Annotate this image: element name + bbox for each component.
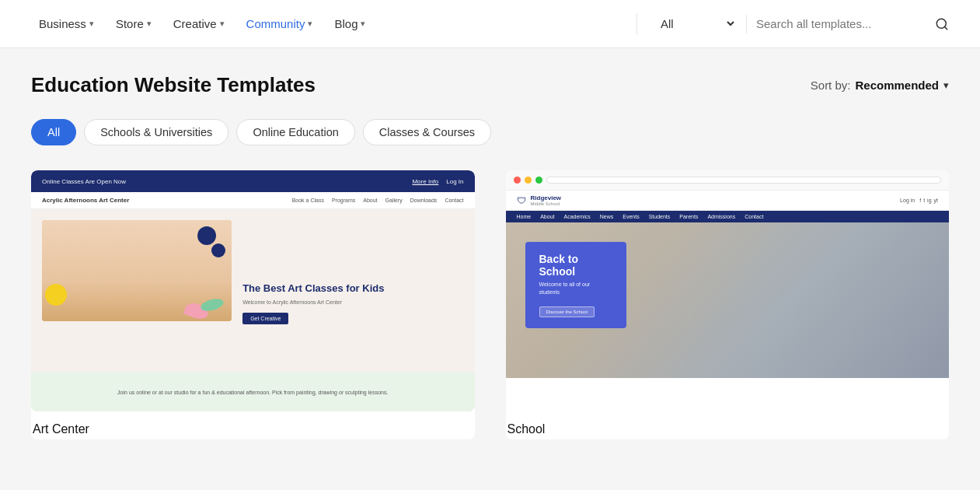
school-nav-left: 🛡 Ridgeview Middle School	[517, 194, 562, 206]
nav-item-store[interactable]: Store ▾	[108, 11, 159, 37]
dot-red	[514, 177, 521, 184]
art-nav-link-3: About	[363, 198, 377, 203]
school-name: Ridgeview	[531, 194, 562, 201]
nav-item-creative[interactable]: Creative ▾	[166, 11, 232, 37]
art-preview-sub: Welcome to Acrylic Afternoons Art Center	[242, 299, 460, 305]
filter-tab-schools[interactable]: Schools & Universities	[84, 119, 228, 145]
decorative-circle-yellow	[45, 284, 67, 306]
school-preview: 🛡 Ridgeview Middle School Log in f t	[506, 170, 950, 411]
nav-links: Business ▾ Store ▾ Creative ▾ Community …	[31, 11, 636, 37]
chevron-down-icon: ▾	[89, 19, 94, 29]
browser-dots	[506, 170, 950, 191]
art-preview-logo: Acrylic Afternoons Art Center	[42, 197, 129, 204]
instagram-icon: ig	[927, 198, 931, 203]
menu-contact: Contact	[745, 214, 763, 219]
nav-item-business[interactable]: Business ▾	[31, 11, 102, 37]
school-menu: Home About Academics News Events Student…	[506, 211, 950, 222]
nav-label-store: Store	[116, 17, 144, 30]
nav-label-community: Community	[246, 17, 305, 30]
art-topbar-login: Log In	[446, 178, 463, 185]
template-name-school: School	[506, 411, 950, 439]
menu-academics: Academics	[563, 214, 590, 219]
school-hero: Back to School Welcome to all of our stu…	[506, 222, 950, 378]
art-footer-text: Join us online or at our studio for a fu…	[117, 390, 388, 395]
dot-yellow	[525, 177, 532, 184]
art-preview-heading: The Best Art Classes for Kids	[242, 282, 460, 296]
art-preview-footer: Join us online or at our studio for a fu…	[31, 373, 475, 411]
school-preview-nav: 🛡 Ridgeview Middle School Log in f t	[506, 191, 950, 211]
chevron-down-icon: ▾	[308, 19, 312, 29]
filter-tab-online[interactable]: Online Education	[236, 119, 354, 145]
art-nav-link-1: Book a Class	[292, 198, 324, 203]
main-content: Education Website Templates Sort by: Rec…	[0, 48, 980, 464]
art-preview-body: The Best Art Classes for Kids Welcome to…	[31, 209, 475, 397]
art-nav-link-5: Downloads	[410, 198, 438, 203]
template-preview-school: 🛡 Ridgeview Middle School Log in f t	[506, 170, 950, 411]
page-header: Education Website Templates Sort by: Rec…	[31, 73, 949, 97]
school-hero-title: Back to School	[539, 253, 612, 278]
nav-search: All Business Store Creative Community Bl…	[636, 13, 949, 34]
youtube-icon: yt	[934, 198, 938, 203]
chevron-down-icon: ▾	[943, 79, 949, 91]
menu-parents: Parents	[679, 214, 698, 219]
templates-grid: Online Classes Are Open Now More Info Lo…	[31, 170, 949, 439]
art-preview-nav: Acrylic Afternoons Art Center Book a Cla…	[31, 192, 475, 209]
sort-by-control[interactable]: Sort by: Recommended ▾	[811, 79, 949, 92]
decorative-shape-green	[200, 296, 225, 313]
art-center-preview: Online Classes Are Open Now More Info Lo…	[31, 170, 475, 411]
art-preview-nav-links: Book a Class Programs About Gallery Down…	[292, 198, 464, 203]
art-preview-right: The Best Art Classes for Kids Welcome to…	[239, 220, 463, 387]
nav-label-business: Business	[39, 17, 86, 30]
art-topbar-text: Online Classes Are Open Now	[42, 178, 126, 185]
template-preview-art-center: Online Classes Are Open Now More Info Lo…	[31, 170, 475, 411]
menu-events: Events	[623, 214, 639, 219]
facebook-icon: f	[919, 198, 921, 203]
chevron-down-icon: ▾	[361, 19, 365, 29]
nav-item-community[interactable]: Community ▾	[239, 11, 321, 37]
art-preview-topbar: Online Classes Are Open Now More Info Lo…	[31, 170, 475, 192]
nav-label-creative: Creative	[173, 17, 217, 30]
filter-tabs: All Schools & Universities Online Educat…	[31, 119, 949, 145]
art-nav-link-4: Gallery	[385, 198, 403, 203]
search-filter-select[interactable]: All Business Store Creative Community Bl…	[653, 13, 737, 34]
twitter-icon: t	[923, 198, 925, 203]
menu-home: Home	[517, 214, 532, 219]
filter-tab-all[interactable]: All	[31, 119, 76, 145]
school-name-block: Ridgeview Middle School	[531, 194, 562, 206]
school-hero-sub: Welcome to all of our students	[539, 281, 612, 296]
social-icons: f t ig yt	[919, 198, 938, 203]
search-button[interactable]	[935, 17, 949, 31]
school-login: Log in	[900, 198, 915, 203]
art-nav-link-6: Contact	[445, 198, 463, 203]
browser-url	[546, 177, 942, 184]
school-hero-card: Back to School Welcome to all of our stu…	[525, 242, 626, 328]
school-hero-cta: Discover the School	[539, 306, 595, 317]
art-preview-left	[42, 220, 232, 387]
decorative-circle-dark2	[211, 243, 225, 257]
template-name-art-center: Art Center	[31, 411, 475, 439]
school-sub-name: Middle School	[531, 201, 562, 206]
search-input-wrap	[756, 17, 949, 31]
search-input[interactable]	[756, 17, 927, 30]
menu-about: About	[540, 214, 554, 219]
chevron-down-icon: ▾	[220, 19, 225, 29]
art-preview-image	[42, 220, 232, 321]
decorative-circle-dark	[197, 226, 216, 245]
top-navigation: Business ▾ Store ▾ Creative ▾ Community …	[0, 0, 980, 48]
dot-green	[535, 177, 542, 184]
menu-news: News	[600, 214, 614, 219]
template-card-art-center[interactable]: Online Classes Are Open Now More Info Lo…	[31, 170, 475, 439]
menu-students: Students	[649, 214, 671, 219]
nav-label-blog: Blog	[334, 17, 357, 30]
menu-admissions: Admissions	[707, 214, 735, 219]
school-nav-right: Log in f t ig yt	[900, 198, 938, 203]
template-card-school[interactable]: 🛡 Ridgeview Middle School Log in f t	[506, 170, 950, 439]
art-img-scene	[42, 220, 232, 321]
art-nav-link-2: Programs	[332, 198, 355, 203]
sort-by-label: Sort by:	[811, 79, 851, 92]
page-title: Education Website Templates	[31, 73, 316, 97]
nav-item-blog[interactable]: Blog ▾	[326, 11, 373, 37]
search-icon	[935, 17, 949, 31]
sort-by-value: Recommended	[855, 79, 939, 92]
filter-tab-classes[interactable]: Classes & Courses	[363, 119, 491, 145]
